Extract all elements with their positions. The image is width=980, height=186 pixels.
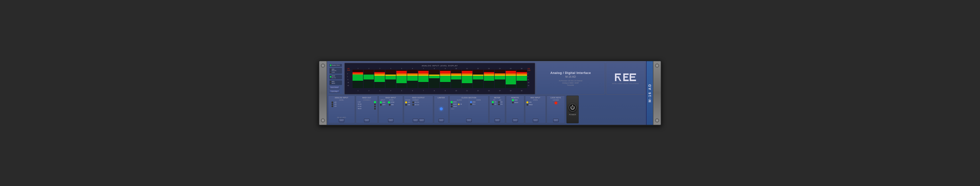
madi-input-96k-row: 96K — [389, 104, 394, 106]
madi-input-sync-led — [388, 101, 390, 103]
adat-group: adatOPTICAL 1:1/2x — [329, 68, 342, 74]
clock-madi-row: MADI 48 — [451, 103, 468, 105]
midi-row: MIDI — [330, 81, 341, 83]
midi-input-panel: MIDI INPUT STATE DIN MADI select — [525, 96, 546, 123]
rme-logo — [614, 73, 636, 83]
adat-label: adatOPTICAL — [332, 68, 336, 72]
db-neg9-right: -9 — [528, 79, 532, 80]
meter-ds-label: DS — [501, 103, 503, 105]
vu-ch2 — [364, 70, 374, 90]
meter-ar-label: AR — [495, 103, 496, 105]
svg-rect-4 — [623, 74, 625, 81]
madi-output-select-format-button[interactable]: select — [419, 119, 424, 122]
madi-out-label-17-32: 17:32 — [358, 106, 361, 107]
madi-led — [330, 76, 331, 77]
clock-madi-led — [451, 103, 452, 105]
clock-state-label: STATE — [470, 99, 487, 101]
vu-ch10 — [451, 70, 461, 90]
vu-ch16 — [517, 70, 527, 90]
madi-input-title: MADI INPUT — [386, 97, 396, 99]
meter-title: METER — [494, 97, 500, 99]
branding-panel: Analog / Digital Interface M-16 AD Hi-Pr… — [536, 63, 605, 95]
db-neg18-right: -18 — [528, 82, 532, 83]
rack-ear-left — [319, 61, 327, 125]
meter-select-button[interactable]: select — [495, 119, 500, 122]
limiter-title: LIMITER — [438, 97, 445, 99]
lock-keys-select-button[interactable]: select — [553, 119, 558, 122]
lock-keys-title: LOCK KEYS — [550, 97, 561, 99]
vu-ch4 — [385, 70, 396, 90]
madi-out-channels-label: CHANNELS — [363, 99, 371, 101]
meter-on-row: ON — [492, 101, 496, 103]
db-neg3: 3 — [347, 73, 352, 74]
level-display-title: ANALOG INPUT LEVEL DISPLAY — [347, 65, 532, 67]
midi-input-select-button[interactable]: select — [533, 119, 538, 122]
meter-on-label: ON — [495, 101, 496, 103]
madi-out-select-button[interactable]: select — [364, 119, 369, 122]
limiter-select-button[interactable]: select — [439, 119, 444, 122]
madi-input-select-button[interactable]: select — [388, 119, 393, 122]
clock-select-label: select — [451, 108, 454, 110]
remote-midi-label: MIDI — [514, 99, 518, 101]
madi-output-select-format-label: select — [420, 120, 423, 121]
analog-input-panel: ANALOG INPUT LEVEL +24 +19 +13 — [328, 96, 355, 123]
lim-label: LIM — [347, 68, 352, 69]
madi-input-sync-label: SYNC — [391, 101, 395, 103]
limiter-panel: LIMITER select — [434, 96, 449, 123]
midi-input-select-label: select — [534, 120, 537, 121]
vu-ch8 — [429, 70, 439, 90]
clock-label: CLOCK — [451, 99, 468, 101]
madi-input-panel: MADI INPUT INPUT BNC OPT — [379, 96, 403, 123]
remote-select-button[interactable]: select — [512, 119, 518, 122]
lock-keys-led — [555, 102, 557, 104]
madi-output-48k-led — [405, 104, 407, 106]
ratio-row: 1:1/2x — [330, 72, 341, 73]
midi-group: MIDI MADI — [329, 80, 342, 85]
midi-input-din-label: DIN — [529, 101, 531, 103]
clock-ana-led — [470, 101, 472, 103]
madi-output-64ch-row: 64 CH — [412, 101, 419, 103]
analog-input-title: ANALOG INPUT — [335, 97, 348, 99]
madi-output-select-frame-button[interactable]: select — [413, 119, 418, 122]
clock-section-title: CLOCK SECTION — [461, 97, 476, 99]
lock-keys-select-label: select — [554, 120, 557, 121]
madi-output-format-label: FORMAT — [412, 99, 419, 101]
clock-madi-label: MADI — [453, 103, 457, 105]
madi-label: MADIMULTI/4x — [332, 75, 336, 79]
meter-qs-label: QS — [499, 99, 501, 101]
madi-group: MADIMULTI/4x — [329, 75, 342, 79]
midi-input-title: MIDI INPUT — [530, 97, 540, 99]
limiter-select-label: select — [439, 120, 443, 121]
meter-on-led — [492, 101, 494, 103]
midi-input-din-led — [527, 101, 528, 103]
rack-screw-top-left — [321, 64, 325, 67]
vu-meters — [352, 70, 528, 90]
madi-out-channels: 1:16 33:48 17:32 49:64 — [357, 101, 377, 110]
vu-ch14 — [495, 70, 505, 90]
sync-align-button[interactable]: Sync Align — [329, 90, 340, 93]
power-icon — [571, 106, 574, 110]
power-button[interactable] — [568, 103, 577, 112]
sync-check-button[interactable]: Sync Check — [329, 86, 340, 89]
vu-ch3 — [374, 70, 385, 90]
rack-ear-right — [653, 61, 661, 125]
level-label: LEVEL — [339, 99, 344, 101]
adat-led — [330, 69, 331, 71]
limiter-led — [440, 107, 443, 110]
madi-output-64ch-label: 64 CH — [415, 101, 419, 103]
ratio-led — [330, 72, 331, 73]
clock-select-button[interactable]: select — [466, 119, 472, 122]
svg-rect-5 — [625, 74, 629, 75]
level-24-led — [331, 101, 333, 103]
madi-output-frame-label: FRAME — [405, 99, 410, 101]
clock-48-label: 48 — [460, 103, 462, 105]
clock-44-label: 44.1 — [473, 103, 476, 105]
clock-adat-label: ADAT — [453, 106, 457, 107]
madi-output-panel: MADI OUTPUT FRAME 96K 48K — [404, 96, 433, 123]
steady-clock-label: Steady Clock — [332, 64, 340, 66]
analog-input-select-button[interactable]: select — [339, 119, 344, 122]
madi-input-bnc-row: BNC — [380, 101, 386, 103]
svg-rect-11 — [630, 80, 636, 81]
madi-out-title: MADI OUT — [362, 97, 371, 99]
vu-ch13 — [484, 70, 495, 90]
